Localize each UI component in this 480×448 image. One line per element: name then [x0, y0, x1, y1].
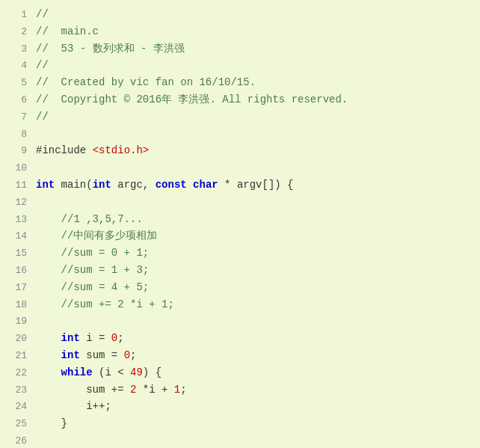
line-number: 8 — [6, 127, 27, 143]
code-line: 17 //sum = 4 + 5; — [0, 279, 480, 296]
line-content: int i = 0; — [36, 330, 474, 346]
line-content: //sum = 0 + 1; — [36, 245, 474, 261]
token-comment: //sum = 4 + 5; — [36, 281, 149, 293]
line-content — [36, 432, 474, 448]
token-comment: //1 ,3,5,7... — [36, 213, 143, 225]
line-number: 16 — [6, 263, 27, 279]
token-plain: * argv[]) { — [218, 179, 294, 191]
code-line: 18 //sum += 2 *i + 1; — [0, 296, 480, 313]
token-include-header: <stdio.h> — [93, 144, 150, 156]
code-line: 23 sum += 2 *i + 1; — [0, 381, 480, 399]
line-content — [36, 159, 474, 176]
line-content: #include <stdio.h> — [36, 142, 474, 159]
line-content: // Copyright © 2016年 李洪强. All rights res… — [36, 91, 474, 108]
code-line: 25 } — [0, 415, 480, 432]
line-number: 7 — [6, 110, 27, 126]
line-content — [36, 126, 474, 142]
token-plain: i = — [80, 332, 111, 344]
token-comment: // — [36, 59, 49, 71]
token-keyword: while — [61, 366, 93, 378]
token-plain: argc, — [111, 179, 156, 191]
token-plain: (i < — [93, 366, 130, 378]
line-number: 17 — [6, 280, 27, 296]
line-content: i++; — [36, 398, 474, 414]
line-content: // Created by vic fan on 16/10/15. — [36, 74, 474, 90]
code-line: 22 while (i < 49) { — [0, 364, 480, 381]
line-number: 5 — [6, 76, 27, 91]
line-number: 11 — [6, 178, 27, 194]
line-content: int main(int argc, const char * argv[]) … — [36, 177, 474, 193]
code-line: 15 //sum = 0 + 1; — [0, 245, 480, 262]
code-line: 3// 53 - 数列求和 - 李洪强 — [0, 40, 480, 58]
line-number: 1 — [6, 7, 27, 23]
line-number: 26 — [6, 434, 27, 448]
line-number: 13 — [6, 212, 27, 228]
line-content: // 53 - 数列求和 - 李洪强 — [36, 40, 474, 57]
code-line: 6// Copyright © 2016年 李洪强. All rights re… — [0, 91, 480, 108]
code-line: 16 //sum = 1 + 3; — [0, 262, 480, 279]
code-line: 5// Created by vic fan on 16/10/15. — [0, 74, 480, 91]
line-number: 10 — [6, 161, 27, 177]
line-content: //sum += 2 *i + 1; — [36, 296, 474, 313]
line-content: // — [36, 108, 474, 125]
token-plain: ) { — [143, 366, 161, 378]
token-plain — [187, 179, 193, 191]
line-number: 3 — [6, 42, 27, 58]
token-plain: ; — [130, 349, 136, 361]
token-number: 0 — [111, 332, 117, 344]
line-number: 18 — [6, 298, 27, 313]
code-line: 26 — [0, 432, 480, 448]
code-line: 4// — [0, 57, 480, 74]
line-content: //sum = 4 + 5; — [36, 279, 474, 295]
code-line: 19 — [0, 313, 480, 330]
token-comment: // Copyright © 2016年 李洪强. All rights res… — [36, 93, 348, 105]
token-keyword: int — [61, 332, 80, 344]
token-keyword: char — [193, 179, 218, 191]
line-number: 19 — [6, 314, 27, 330]
token-plain: ; — [180, 384, 186, 396]
line-number: 25 — [6, 417, 27, 432]
token-plain: ; — [117, 332, 123, 344]
line-number: 22 — [6, 366, 27, 381]
line-number: 4 — [6, 58, 27, 74]
line-number: 21 — [6, 349, 27, 364]
token-plain: i++; — [36, 400, 111, 412]
line-number: 24 — [6, 399, 27, 415]
code-line: 9#include <stdio.h> — [0, 142, 480, 159]
token-comment: //sum = 0 + 1; — [36, 247, 149, 259]
code-line: 11int main(int argc, const char * argv[]… — [0, 177, 480, 194]
line-content: } — [36, 415, 474, 432]
code-line: 10 — [0, 159, 480, 177]
code-line: 8 — [0, 126, 480, 143]
token-number: 49 — [130, 366, 143, 378]
token-plain: *i + — [136, 384, 173, 396]
token-keyword: int — [36, 179, 55, 191]
line-content: sum += 2 *i + 1; — [36, 381, 474, 398]
token-keyword: const — [156, 179, 187, 191]
token-plain: sum += — [36, 384, 130, 396]
token-number: 0 — [124, 349, 130, 361]
code-line: 24 i++; — [0, 398, 480, 415]
token-keyword: int — [93, 179, 111, 191]
code-editor: 1//2// main.c3// 53 - 数列求和 - 李洪强4//5// C… — [0, 6, 480, 448]
line-content: while (i < 49) { — [36, 364, 474, 381]
line-content: int sum = 0; — [36, 347, 474, 363]
code-line: 13 //1 ,3,5,7... — [0, 211, 480, 228]
token-comment: // — [36, 111, 49, 123]
token-plain: sum = — [80, 349, 124, 361]
line-content: //1 ,3,5,7... — [36, 211, 474, 227]
token-comment: // Created by vic fan on 16/10/15. — [36, 76, 256, 88]
token-comment: // 53 - 数列求和 - 李洪强 — [36, 43, 185, 55]
token-comment: // — [36, 8, 49, 20]
line-number: 12 — [6, 195, 27, 211]
line-number: 23 — [6, 383, 27, 399]
line-content — [36, 194, 474, 210]
token-comment: // main.c — [36, 25, 99, 37]
token-keyword: int — [61, 349, 80, 361]
token-plain: } — [36, 417, 67, 429]
line-number: 9 — [6, 144, 27, 159]
code-line: 12 — [0, 194, 480, 211]
line-number: 20 — [6, 331, 27, 347]
token-comment: //sum += 2 *i + 1; — [36, 298, 174, 310]
line-content: // — [36, 6, 474, 22]
